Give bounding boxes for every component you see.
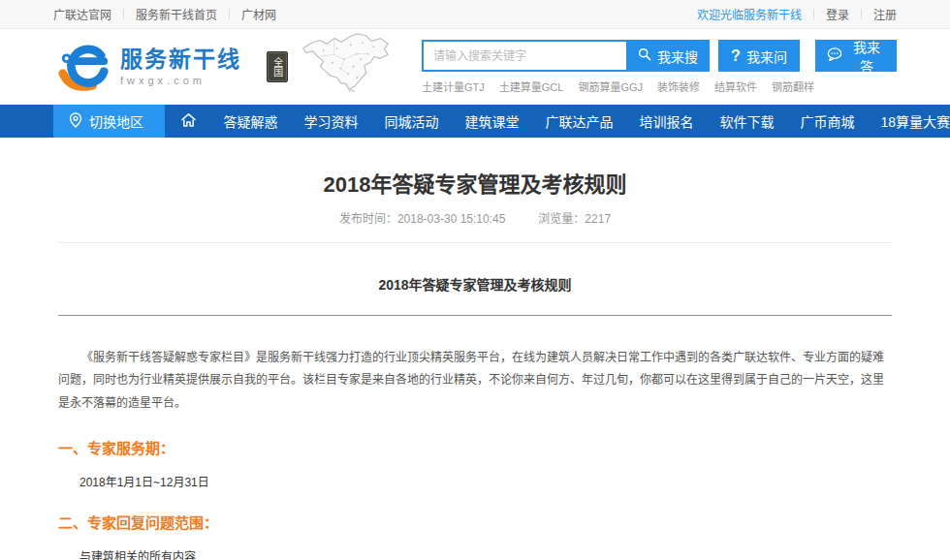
site-logo[interactable]: 服务新干线 fwxgx.com (58, 39, 241, 95)
separator (123, 9, 124, 19)
question-icon: ? (731, 47, 741, 65)
section-service-period: 一、专家服务期： 2018年1月1日~12月31日 (58, 437, 892, 489)
logo-texts: 服务新干线 fwxgx.com (120, 47, 241, 86)
article-title: 2018年答疑专家管理及考核规则 (58, 167, 892, 198)
top-link-fwxgx-home[interactable]: 服务新干线首页 (136, 6, 217, 22)
search-input[interactable] (422, 40, 626, 72)
content-subtitle: 2018年答疑专家管理及考核规则 (58, 274, 892, 294)
nav-item-mall[interactable]: 广币商城 (800, 111, 854, 131)
nav-item-city-activity[interactable]: 同城活动 (384, 111, 438, 131)
nav-item-download[interactable]: 软件下载 (719, 111, 774, 131)
answer-button-label: 我来答 (848, 37, 885, 76)
content-divider (58, 315, 892, 316)
search-icon (638, 47, 651, 64)
search-button[interactable]: 我来搜 (626, 40, 710, 72)
top-bar: 广联达官网 服务新干线首页 广材网 欢迎光临服务新干线 登录 注册 (0, 0, 950, 29)
section-heading: 二、专家回复问题范围： (58, 512, 892, 532)
site-header: 服务新干线 fwxgx.com 全国 (0, 29, 950, 105)
view-count: 浏览量：2217 (538, 209, 611, 226)
hot-keyword-link[interactable]: 钢筋翻样 (772, 78, 814, 94)
top-link-gld-official[interactable]: 广联达官网 (53, 6, 111, 22)
top-bar-right: 欢迎光临服务新干线 登录 注册 (697, 6, 897, 22)
nationwide-stamp: 全国 (267, 51, 288, 82)
ask-button[interactable]: ? 我来问 (718, 40, 800, 72)
answer-button[interactable]: 我来答 (815, 40, 897, 72)
location-pin-icon (69, 112, 82, 131)
ask-button-label: 我来问 (746, 47, 787, 66)
article-main: 2018年答疑专家管理及考核规则 发布时间：2018-03-30 15:10:4… (0, 167, 950, 560)
nav-item-products[interactable]: 广联达产品 (545, 111, 613, 131)
nav-item-training[interactable]: 培训报名 (639, 111, 693, 131)
section-reply-scope: 二、专家回复问题范围： 与建筑相关的所有内容 (58, 512, 892, 560)
logo-title: 服务新干线 (120, 47, 241, 72)
section-heading: 一、专家服务期： (58, 437, 892, 457)
nav-item-contest[interactable]: 18算量大赛 (880, 111, 950, 131)
register-link[interactable]: 注册 (873, 6, 897, 22)
hot-keyword-link[interactable]: 钢筋算量GGJ (578, 78, 643, 94)
publish-time: 发布时间：2018-03-30 15:10:45 (339, 209, 505, 226)
section-text: 与建筑相关的所有内容 (79, 547, 892, 560)
welcome-text: 欢迎光临服务新干线 (697, 6, 802, 22)
hot-keywords: 土建计量GTJ 土建算量GCL 钢筋算量GGJ 装饰装修 结算软件 钢筋翻样 (422, 78, 897, 94)
section-text: 2018年1月1日~12月31日 (79, 473, 892, 489)
logo-domain: fwxgx.com (120, 75, 241, 86)
main-nav: 切换地区 答疑解惑 学习资料 同城活动 建筑课堂 广联达产品 培训报名 软件下载… (0, 105, 950, 138)
home-icon (180, 112, 197, 131)
nav-item-classroom[interactable]: 建筑课堂 (464, 111, 519, 131)
separator (813, 9, 814, 19)
nav-home-button[interactable] (180, 112, 197, 131)
region-switch-button[interactable]: 切换地区 (53, 105, 165, 138)
login-link[interactable]: 登录 (826, 6, 849, 22)
chat-bubble-icon (827, 47, 842, 64)
nav-item-learning[interactable]: 学习资料 (303, 111, 358, 131)
header-divider (58, 242, 892, 243)
search-area: 我来搜 ? 我来问 我来答 土建计量GTJ 土建算量GCL 钢筋算量 (422, 40, 897, 94)
top-link-gcw[interactable]: 广材网 (241, 6, 276, 22)
nav-item-qa[interactable]: 答疑解惑 (223, 111, 277, 131)
search-button-label: 我来搜 (657, 47, 698, 66)
nav-items: 答疑解惑 学习资料 同城活动 建筑课堂 广联达产品 培训报名 软件下载 广币商城… (180, 111, 950, 131)
top-links: 广联达官网 服务新干线首页 广材网 (53, 6, 276, 22)
china-map-icon (300, 32, 393, 96)
hot-keyword-link[interactable]: 土建计量GTJ (422, 78, 485, 94)
separator (861, 9, 862, 19)
logo-icon (58, 39, 111, 95)
separator (229, 9, 230, 19)
article-meta: 发布时间：2018-03-30 15:10:45 浏览量：2217 (58, 209, 892, 226)
region-switch-label: 切换地区 (89, 111, 143, 131)
hot-keyword-link[interactable]: 结算软件 (714, 78, 757, 94)
hot-keyword-link[interactable]: 装饰装修 (657, 78, 700, 94)
article-intro: 《服务新干线答疑解惑专家栏目》是服务新干线强力打造的行业顶尖精英服务平台，在线为… (58, 347, 892, 415)
hot-keyword-link[interactable]: 土建算量GCL (499, 78, 564, 94)
